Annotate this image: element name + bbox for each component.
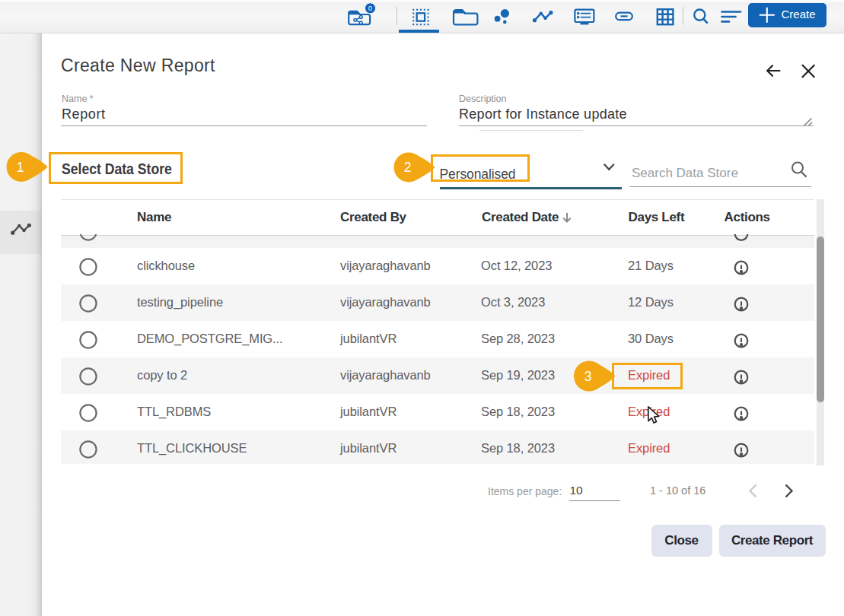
svg-text:0: 0	[368, 4, 372, 12]
svg-text:1: 1	[17, 160, 24, 175]
svg-text:2: 2	[404, 160, 412, 175]
svg-text:3: 3	[584, 369, 592, 384]
